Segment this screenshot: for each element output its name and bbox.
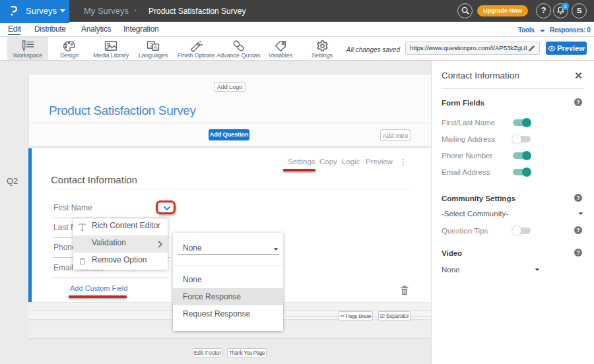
svg-text:A: A: [154, 44, 158, 51]
